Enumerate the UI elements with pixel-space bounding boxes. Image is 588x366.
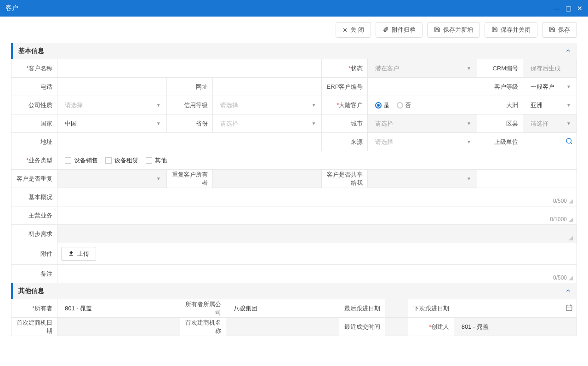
field-country[interactable]: 中国▼ xyxy=(57,114,167,133)
checkbox-unchecked-icon xyxy=(65,157,71,164)
field-main-business[interactable]: 0/1000◢ xyxy=(57,206,577,225)
chevron-up-icon[interactable] xyxy=(565,287,571,295)
crm-no-value: 保存后生成 xyxy=(527,62,564,74)
field-province[interactable]: 请选择▼ xyxy=(212,114,322,133)
radio-checked-icon xyxy=(375,102,382,109)
label-business-type: *业务类型 xyxy=(11,151,57,170)
resize-handle-icon[interactable]: ◢ xyxy=(569,274,573,281)
checkbox-rental[interactable]: 设备租赁 xyxy=(105,156,138,165)
checkbox-other[interactable]: 其他 xyxy=(146,156,167,165)
label-status: *状态 xyxy=(322,59,368,78)
close-button[interactable]: ✕ 关 闭 xyxy=(336,22,371,38)
label-district: 区县 xyxy=(477,114,523,133)
close-label: 关 闭 xyxy=(350,26,364,34)
chevron-down-icon: ▼ xyxy=(467,139,471,144)
chevron-down-icon: ▼ xyxy=(467,121,471,126)
section-other-title: 其他信息 xyxy=(18,287,44,295)
field-remark[interactable]: 0/500◢ xyxy=(57,265,577,283)
field-overview[interactable]: 0/500◢ xyxy=(57,188,577,206)
field-shared[interactable]: ▼ xyxy=(368,170,477,188)
field-city[interactable]: 请选择▼ xyxy=(368,114,477,133)
minimize-icon[interactable]: — xyxy=(554,5,560,12)
save-close-label: 保存并关闭 xyxy=(501,26,531,34)
label-creator: *创建人 xyxy=(408,318,454,336)
resize-handle-icon[interactable]: ◢ xyxy=(569,216,573,223)
save-icon xyxy=(491,26,498,34)
phone-input[interactable] xyxy=(61,80,163,93)
address-input[interactable] xyxy=(61,136,318,148)
save-close-button[interactable]: 保存并关闭 xyxy=(485,22,537,38)
field-next-follow[interactable] xyxy=(454,299,577,318)
district-placeholder: 请选择 xyxy=(527,117,566,131)
search-icon[interactable] xyxy=(565,137,573,146)
chevron-down-icon: ▼ xyxy=(467,66,471,71)
resize-handle-icon[interactable]: ◢ xyxy=(569,234,573,241)
website-input[interactable] xyxy=(217,80,318,93)
duplicate-value xyxy=(61,176,156,182)
field-last-deal xyxy=(385,318,408,336)
save-icon xyxy=(549,26,555,34)
owner-value: 801 - 晁盖 xyxy=(61,302,96,315)
radio-mainland-yes[interactable]: 是 xyxy=(375,101,389,109)
field-address[interactable] xyxy=(57,133,322,151)
field-district[interactable]: 请选择▼ xyxy=(523,114,577,133)
field-phone[interactable] xyxy=(57,78,167,96)
field-continent[interactable]: 亚洲▼ xyxy=(523,96,577,114)
save-label: 保存 xyxy=(558,26,570,34)
creator-value: 801 - 晁盖 xyxy=(458,320,492,333)
save-new-button[interactable]: 保存并新增 xyxy=(427,22,480,38)
owner-company-value: 八骏集团 xyxy=(230,302,261,315)
field-parent-unit[interactable] xyxy=(523,133,577,151)
field-customer-name[interactable] xyxy=(57,59,322,78)
field-level[interactable]: 一般客户▼ xyxy=(523,78,577,96)
customer-name-input[interactable] xyxy=(61,62,318,74)
erp-no-input[interactable] xyxy=(371,80,473,93)
field-source[interactable]: 请选择▼ xyxy=(368,133,477,151)
upload-icon xyxy=(68,250,74,258)
field-owner-company[interactable]: 八骏集团 xyxy=(226,299,339,318)
svg-point-0 xyxy=(566,138,571,143)
resize-handle-icon[interactable]: ◢ xyxy=(569,198,573,204)
maximize-icon[interactable]: ▢ xyxy=(565,5,571,12)
field-website[interactable] xyxy=(212,78,322,96)
toolbar: ✕ 关 闭 附件归档 保存并新增 保存并关闭 保存 xyxy=(0,17,588,43)
window-controls: — ▢ ✕ xyxy=(554,5,582,12)
field-duplicate[interactable]: ▼ xyxy=(57,170,167,188)
field-owner[interactable]: 801 - 晁盖 xyxy=(57,299,180,318)
field-status[interactable]: 潜在客户▼ xyxy=(368,59,477,78)
field-company-type[interactable]: 请选择▼ xyxy=(57,96,167,114)
upload-button[interactable]: 上传 xyxy=(61,247,96,261)
label-parent-unit: 上级单位 xyxy=(477,133,523,151)
checkbox-sales[interactable]: 设备销售 xyxy=(65,156,98,165)
province-placeholder: 请选择 xyxy=(217,117,312,131)
section-basic-info[interactable]: 基本信息 xyxy=(11,43,577,59)
shared-value xyxy=(371,176,467,182)
section-other-info[interactable]: 其他信息 xyxy=(11,283,577,299)
field-attachment: 上传 xyxy=(57,243,577,265)
archive-button[interactable]: 附件归档 xyxy=(376,22,422,38)
close-icon: ✕ xyxy=(343,27,348,34)
radio-mainland-no[interactable]: 否 xyxy=(397,101,411,109)
field-creator: 801 - 晁盖 xyxy=(454,318,577,336)
parent-unit-value xyxy=(527,139,565,145)
field-credit-level[interactable]: 请选择▼ xyxy=(212,96,322,114)
close-window-icon[interactable]: ✕ xyxy=(577,5,582,12)
calendar-icon[interactable] xyxy=(565,304,573,313)
credit-level-placeholder: 请选择 xyxy=(217,98,312,112)
label-overview: 基本概况 xyxy=(11,188,57,206)
field-erp-no[interactable] xyxy=(368,78,477,96)
label-next-follow: 下次跟进日期 xyxy=(408,299,454,318)
section-basic-title: 基本信息 xyxy=(18,47,44,55)
label-last-deal: 最近成交时间 xyxy=(339,318,385,336)
label-crm-no: CRM编号 xyxy=(477,59,523,78)
label-first-opp-name: 首次建商机名称 xyxy=(180,318,226,336)
chevron-down-icon: ▼ xyxy=(156,121,161,126)
chevron-down-icon: ▼ xyxy=(311,103,316,108)
save-button[interactable]: 保存 xyxy=(542,22,577,38)
chevron-up-icon[interactable] xyxy=(565,47,571,55)
checkbox-unchecked-icon xyxy=(146,157,152,164)
svg-line-1 xyxy=(571,143,572,144)
label-duplicate-owner: 重复客户所有者 xyxy=(166,170,212,188)
chevron-down-icon: ▼ xyxy=(156,176,161,181)
field-empty xyxy=(523,170,577,188)
